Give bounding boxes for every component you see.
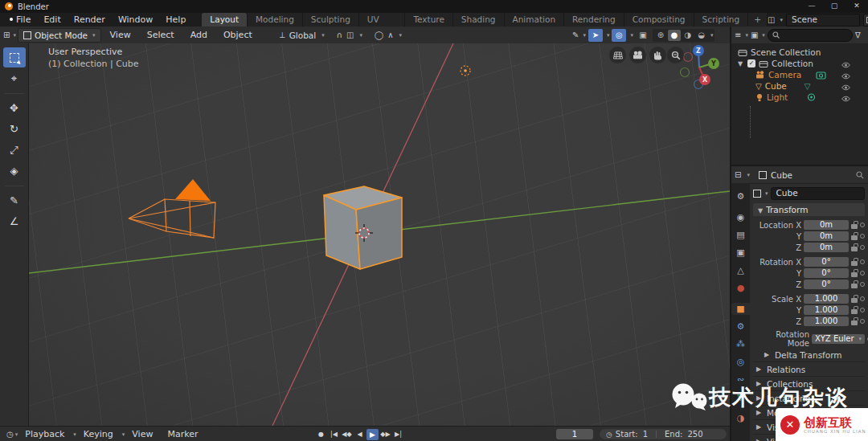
measure-tool[interactable]: ∠: [3, 211, 26, 231]
keying-menu[interactable]: Keying: [76, 429, 121, 439]
menu-help[interactable]: Help: [159, 14, 192, 25]
tab-layout[interactable]: Layout: [202, 13, 248, 27]
snap-magnet-icon[interactable]: ∩: [337, 31, 342, 39]
gizmos-dropdown-icon[interactable]: [607, 32, 610, 39]
view-layer-properties-tab[interactable]: ▣: [731, 247, 750, 259]
outliner-filter-dropdown-icon[interactable]: [762, 32, 765, 39]
rotate-tool[interactable]: ↻: [3, 119, 26, 139]
render-properties-tab[interactable]: ◉: [731, 211, 750, 223]
menu-add[interactable]: Add: [183, 30, 215, 40]
filter-dropdown-icon[interactable]: [583, 32, 586, 39]
scale-x-field[interactable]: 1.000: [804, 294, 849, 304]
prev-keyframe-button[interactable]: ◀◆: [341, 429, 353, 440]
lock-icon[interactable]: [851, 224, 858, 229]
particles-properties-tab[interactable]: ⁂: [731, 338, 750, 350]
toggle-camera-button[interactable]: [629, 47, 646, 63]
collection-checkbox[interactable]: [747, 59, 755, 67]
hide-light-eye-icon[interactable]: [841, 94, 850, 104]
rendered-shading-button[interactable]: ◒: [695, 30, 708, 41]
menu-edit[interactable]: Edit: [37, 14, 67, 25]
move-tool[interactable]: ✥: [3, 98, 26, 118]
timeline-editor-icon[interactable]: ◷: [6, 430, 14, 439]
viewport-3d[interactable]: Z Y X User Perspective (1) Collection | …: [29, 43, 730, 426]
annotate-tool[interactable]: ✎: [3, 190, 26, 210]
mode-selector[interactable]: Object Mode: [18, 28, 101, 43]
animate-dot-icon[interactable]: [860, 234, 865, 239]
overlays-dropdown-icon[interactable]: [630, 32, 633, 39]
jump-to-start-button[interactable]: |◀: [328, 429, 340, 440]
scale-z-field[interactable]: 1.000: [804, 316, 849, 326]
location-x-field[interactable]: 0m: [804, 220, 849, 230]
scene-selector[interactable]: Scene: [786, 14, 860, 27]
wireframe-shading-button[interactable]: ⊕: [654, 30, 667, 41]
outliner-row-cube[interactable]: ▽ Cube ▽: [731, 80, 868, 92]
snap-target-icon[interactable]: ◫: [346, 31, 354, 39]
proportional-editing-icon[interactable]: ◯: [375, 31, 383, 39]
object-name-field[interactable]: Cube: [771, 187, 865, 200]
tab-animation[interactable]: Animation: [505, 13, 565, 27]
pan-view-button[interactable]: [649, 47, 666, 63]
menu-file[interactable]: File: [10, 14, 37, 25]
relations-panel[interactable]: ▶Relations: [753, 361, 865, 376]
marker-menu[interactable]: Marker: [160, 429, 205, 439]
animate-dot-icon[interactable]: [860, 282, 865, 287]
rotation-mode-select[interactable]: XYZ Euler: [812, 334, 865, 344]
cursor-tool[interactable]: ⌖: [3, 68, 26, 88]
rotation-z-field[interactable]: 0°: [804, 280, 849, 289]
new-scene-button[interactable]: [863, 14, 868, 27]
tab-sculpting[interactable]: Sculpting: [303, 13, 359, 27]
menu-object[interactable]: Object: [216, 30, 260, 40]
tab-uv-editing[interactable]: UV Editing: [359, 13, 406, 27]
outliner-row-collection[interactable]: ▼ Collection: [731, 58, 868, 69]
tool-properties-tab[interactable]: ⚙: [731, 190, 750, 202]
animate-dot-icon[interactable]: [860, 271, 865, 276]
close-button[interactable]: [845, 0, 868, 13]
lock-icon[interactable]: [851, 284, 858, 288]
rotation-y-field[interactable]: 0°: [804, 268, 849, 278]
current-frame-field[interactable]: 1: [556, 429, 593, 439]
end-frame-field[interactable]: 250: [687, 430, 702, 439]
lock-icon[interactable]: [851, 235, 858, 240]
tab-modeling[interactable]: Modeling: [248, 13, 303, 27]
rotation-x-field[interactable]: 0°: [804, 257, 849, 267]
tab-shading[interactable]: Shading: [453, 13, 505, 27]
falloff-icon[interactable]: ∧: [387, 31, 393, 39]
location-y-field[interactable]: 0m: [804, 231, 849, 241]
select-box-tool[interactable]: [3, 47, 26, 67]
shading-dropdown-icon[interactable]: [710, 32, 714, 39]
snap-dropdown-icon[interactable]: [359, 32, 362, 39]
selectability-filter-icon[interactable]: ✎: [572, 31, 579, 39]
animate-dot-icon[interactable]: [860, 308, 865, 312]
falloff-dropdown-icon[interactable]: [399, 32, 403, 39]
animate-dot-icon[interactable]: [860, 223, 865, 227]
menu-render[interactable]: Render: [68, 14, 112, 25]
properties-search-icon[interactable]: [856, 171, 864, 179]
show-gizmos-toggle[interactable]: ➤: [588, 29, 603, 42]
object-name-dropdown-icon[interactable]: [765, 190, 768, 197]
outliner-display-dropdown-icon[interactable]: [745, 32, 748, 39]
lock-icon[interactable]: [851, 247, 858, 251]
properties-editor-dropdown-icon[interactable]: [747, 172, 750, 178]
outliner-row-light[interactable]: Light: [731, 92, 868, 103]
playback-menu[interactable]: Playback: [18, 429, 72, 439]
expand-caret-icon[interactable]: ▼: [738, 60, 744, 67]
prev-frame-button[interactable]: ◀: [354, 429, 366, 440]
orientation-dropdown-icon[interactable]: [321, 32, 325, 39]
funnel-filter-icon[interactable]: ∇: [855, 31, 861, 39]
animate-dot-icon[interactable]: [860, 296, 865, 301]
tab-scripting[interactable]: Scripting: [694, 13, 749, 27]
modifier-properties-tab[interactable]: ⚙: [731, 321, 750, 333]
menu-window[interactable]: Window: [112, 14, 159, 25]
tab-compositing[interactable]: Compositing: [624, 13, 694, 27]
physics-properties-tab[interactable]: ◎: [731, 356, 750, 368]
show-overlays-toggle[interactable]: ◎: [612, 29, 626, 42]
orientation-label[interactable]: Global: [289, 31, 317, 40]
maximize-button[interactable]: [823, 0, 845, 13]
material-shading-button[interactable]: ◑: [682, 30, 694, 41]
add-workspace-button[interactable]: +: [748, 13, 768, 27]
object-properties-tab[interactable]: ■: [731, 303, 750, 315]
next-keyframe-button[interactable]: ◆▶: [379, 429, 391, 440]
lock-icon[interactable]: [851, 321, 858, 325]
animate-dot-icon[interactable]: [860, 319, 865, 324]
minimize-button[interactable]: [800, 0, 823, 13]
